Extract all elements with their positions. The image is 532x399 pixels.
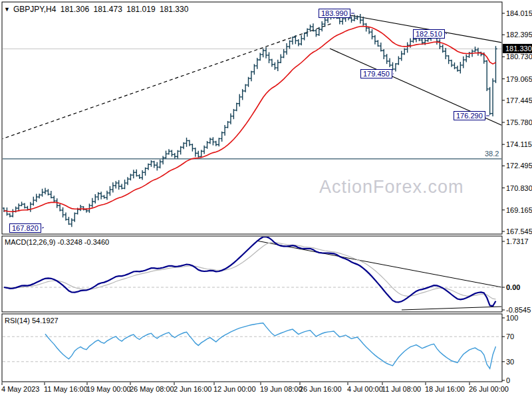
price-axis-label: 167.545 — [506, 227, 532, 235]
date-axis-label: 26 Jun 16:00 — [299, 385, 342, 393]
price-axis-label: 175.780 — [506, 118, 532, 126]
date-axis-label: 2 Jun 16:00 — [174, 385, 212, 393]
macd-axis-label: 0.00 — [506, 283, 520, 291]
trading-chart-window: ActionForex.com ▼GBPJPY,H4 181.306 181.4… — [0, 0, 532, 399]
symbol-period: GBPJPY,H4 — [13, 5, 56, 14]
main-trendline-0[interactable] — [0, 23, 332, 140]
price-label-183-990[interactable]: 183.990 — [319, 9, 350, 18]
price-axis-label: 170.830 — [506, 184, 532, 192]
macd-name: MACD(12,26,9) — [5, 238, 55, 246]
macd-axis-label: 1.7317 — [506, 237, 529, 245]
price-label-connector — [446, 33, 447, 34]
moving-average-line — [4, 27, 495, 212]
price-axis-label: 177.445 — [506, 96, 532, 104]
date-axis-label: 11 Jul 08:00 — [382, 385, 421, 393]
date-axis-label: 19 Jun 08:00 — [260, 385, 303, 393]
macd-trendline-1[interactable] — [402, 307, 502, 310]
date-axis-label: 26 May 08:00 — [130, 385, 174, 393]
date-axis-label: 18 Jul 16:00 — [425, 385, 465, 393]
macd-trendline-0[interactable] — [257, 241, 502, 287]
price-label-176-290[interactable]: 176.290 — [454, 111, 485, 120]
rsi-axis-label: 30 — [506, 358, 514, 366]
info-close: 181.330 — [160, 5, 188, 14]
macd-value: -0.3248 — [57, 238, 82, 246]
price-label-182-510[interactable]: 182.510 — [413, 29, 445, 39]
rsi-pane-border — [2, 314, 502, 382]
macd-main-line — [4, 237, 495, 306]
price-axis-label: 180.730 — [506, 53, 532, 61]
macd-axis-label: -0.8545 — [506, 306, 531, 314]
macd-signal-line — [4, 243, 495, 299]
price-axis-label: 174.115 — [506, 140, 532, 148]
chart-canvas[interactable] — [0, 0, 532, 399]
price-axis-label: 182.395 — [506, 31, 532, 39]
price-axis-label: 184.015 — [506, 9, 532, 17]
info-high: 181.473 — [93, 5, 122, 14]
down-triangle-icon: ▼ — [4, 6, 10, 13]
info-low: 181.019 — [126, 5, 155, 14]
date-axis-label: 4 May 2023 — [1, 385, 39, 393]
info-open: 181.306 — [61, 5, 89, 14]
date-axis-label: 26 Jul 00:00 — [469, 385, 509, 393]
macd-label: MACD(12,26,9) -0.3248 -0.3460 — [5, 238, 109, 246]
current-price-tag: 181.330 — [503, 44, 532, 53]
date-axis-label: 19 May 00:00 — [86, 385, 131, 393]
price-label-179-450[interactable]: 179.450 — [360, 69, 392, 78]
price-axis-label: 179.065 — [506, 75, 532, 83]
rsi-name: RSI(14) — [5, 317, 30, 325]
date-axis-label: 11 May 16:00 — [44, 385, 88, 393]
rsi-axis-label: 70 — [506, 332, 514, 340]
price-axis-label: 169.165 — [506, 206, 532, 214]
rsi-value: 54.1927 — [32, 317, 59, 325]
price-label-167-820[interactable]: 167.820 — [9, 223, 41, 233]
price-axis-label: 172.495 — [506, 162, 532, 170]
macd-signal-value: -0.3460 — [84, 238, 109, 246]
fib-38-2-label: 38.2 — [485, 150, 499, 158]
price-label-connector — [42, 227, 44, 228]
rsi-label: RSI(14) 54.1927 — [5, 317, 59, 325]
date-axis-label: 12 Jun 00:00 — [213, 385, 256, 393]
rsi-axis-label: 100 — [506, 314, 518, 322]
date-axis-label: 4 Jul 00:00 — [347, 385, 383, 393]
macd-pane-border — [2, 236, 502, 312]
symbol-info-bar: ▼GBPJPY,H4 181.306 181.473 181.019 181.3… — [4, 5, 190, 14]
rsi-axis-label: 0 — [506, 376, 510, 384]
